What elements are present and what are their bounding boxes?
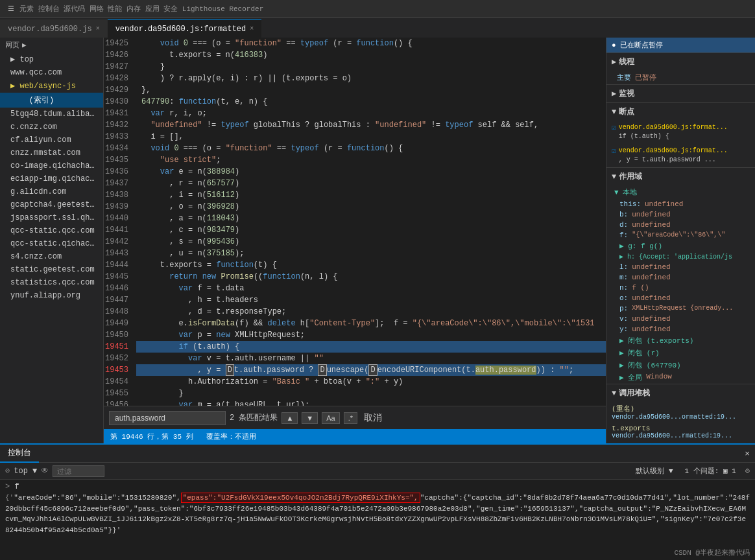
- coverage-info: 覆盖率：不适用: [206, 432, 256, 441]
- console-highlight-epass: "epass":"U2FsdGVkX19eex5Ov4qoJO2n2Bdj7Ry…: [181, 493, 420, 503]
- tab-vendor-formatted[interactable]: vendor.da95d600.js:formatted ×: [108, 19, 262, 38]
- sidebar: 网页 ▶ ▶ top www.qcc.com ▶ web/async-js (索…: [0, 38, 104, 443]
- sidebar-item-coimage[interactable]: co-image.qichacha.c: [0, 159, 103, 172]
- table-row: 19425 void 0 === (o = "function" == type…: [104, 38, 606, 49]
- table-row: 19450 var p = new XMLHttpRequest;: [104, 329, 606, 341]
- section-callstack-detail: ▼ 调用堆栈 (重名) vendor.da95d600...ormatted:1…: [606, 384, 755, 443]
- sidebar-item-qicstatic[interactable]: qcc-static.qichacha.: [0, 237, 103, 250]
- console-settings-icon[interactable]: ⚙: [745, 466, 750, 476]
- breakpoint-item-2: ☑ vendor.da95d600.js:format... , y = t.a…: [606, 144, 755, 167]
- callstack-detail-header[interactable]: ▼ 调用堆栈: [606, 384, 755, 402]
- code-content[interactable]: 19425 void 0 === (o = "function" == type…: [104, 38, 606, 406]
- scope-d: d:undefined: [606, 220, 755, 230]
- sidebar-item-mmstat[interactable]: cnzz.mmstat.com: [0, 146, 103, 159]
- bottom-tab-console[interactable]: 控制台: [0, 445, 39, 463]
- sidebar-header: 网页 ▶: [0, 38, 103, 52]
- scope-closure-647790: ▶ 闭包 (647790): [606, 359, 755, 371]
- status-bar: 第 19446 行，第 35 列 覆盖率：不适用: [104, 429, 606, 443]
- devtools-title: 元素 控制台 源代码 网络 性能 内存 应用 安全 Lighthouse Rec…: [19, 4, 263, 14]
- scope-header[interactable]: ▼ 作用域: [606, 168, 755, 185]
- sidebar-item-qccstatic[interactable]: qcc-static.qcc.com: [0, 224, 103, 237]
- table-row: 19440 , a = n(118043): [104, 213, 606, 224]
- match-case-button[interactable]: Aa: [322, 412, 339, 424]
- table-row: 19439 , o = n(396928): [104, 201, 606, 213]
- sidebar-item-top[interactable]: ▶ top: [0, 52, 103, 66]
- find-close-button[interactable]: 取消: [361, 412, 385, 424]
- sidebar-item-jspassport[interactable]: jspassport.ssl.qhimg.: [0, 211, 103, 224]
- tab-close-2[interactable]: ×: [250, 25, 254, 32]
- sidebar-item-s4[interactable]: s4.cnzz.com: [0, 250, 103, 263]
- console-top-selector[interactable]: top ▼: [14, 467, 37, 476]
- watermark: CSDN @半夜起来撸代码: [674, 548, 750, 557]
- table-row: 19427 }: [104, 61, 606, 73]
- sidebar-item-webasync[interactable]: ▶ web/async-js: [0, 79, 103, 93]
- table-row: 19445 return new Promise((function(n, l)…: [104, 271, 606, 283]
- console-level-selector[interactable]: 默认级别 ▼: [636, 466, 673, 476]
- table-row-active-1: 19451 if (t.auth) {: [104, 341, 606, 353]
- find-bar: 2 条匹配结果 ▲ ▼ Aa .* 取消: [104, 406, 606, 429]
- table-row: 19454 h.Authorization = "Basic " + btoa(…: [104, 376, 606, 388]
- top-toolbar: ☰ 元素 控制台 源代码 网络 性能 内存 应用 安全 Lighthouse R…: [0, 0, 755, 18]
- section-scope: ▼ 作用域 ▼ 本地 this:undefined b:undefined d:…: [606, 168, 755, 384]
- table-row: 19446 var f = t.data: [104, 283, 606, 294]
- find-input[interactable]: [109, 411, 226, 425]
- devtools-menu[interactable]: ☰: [5, 3, 17, 14]
- tab-vendor-min[interactable]: vendor.da95d600.js ×: [0, 19, 108, 38]
- sidebar-item-cnzz[interactable]: c.cnzz.com: [0, 121, 103, 134]
- table-row: 19436 var e = n(388984): [104, 166, 606, 178]
- section-paused: ● 已在断点暂停: [606, 38, 755, 53]
- table-row: 19449 e.isFormData(f) && delete h["Conte…: [104, 318, 606, 329]
- scope-global: ▶ 全局Window: [606, 371, 755, 384]
- console-output: {'"areaCode":"86","mobile":"15315280820"…: [5, 493, 750, 535]
- scope-y: y:undefined: [606, 324, 755, 334]
- breakpoint-item-1: ☑ vendor.da95d600.js:format... if (t.aut…: [606, 121, 755, 144]
- sidebar-item-galicdn[interactable]: g.alicdn.com: [0, 185, 103, 198]
- scope-n: n:f (): [606, 283, 755, 293]
- scope-o: o:undefined: [606, 293, 755, 303]
- bottom-toolbar: ⊘ top ▼ 👁 默认级别 ▼ 1 个问题: ▣ 1 ⚙: [0, 463, 755, 480]
- table-row: 19432 "undefined" != typeof globalThis ?…: [104, 119, 606, 131]
- callstack-item-2: t.exports vendor.da95d600...rmatted:19..…: [606, 423, 755, 441]
- scope-closure-texports: ▶ 闭包 (t.exports): [606, 334, 755, 347]
- table-row: 19433 i = [],: [104, 131, 606, 143]
- table-row: 19447 , h = t.headers: [104, 294, 606, 306]
- tab-bar: vendor.da95d600.js × vendor.da95d600.js:…: [0, 18, 755, 38]
- sidebar-item-ynuf[interactable]: ynuf.aliapp.org: [0, 289, 103, 302]
- code-panel: 19425 void 0 === (o = "function" == type…: [104, 38, 606, 443]
- sidebar-item-geetest[interactable]: static.geetest.com: [0, 263, 103, 276]
- tab-close-1[interactable]: ×: [96, 25, 100, 32]
- console-eye-icon: 👁: [41, 466, 49, 476]
- sidebar-item-index[interactable]: (索引): [0, 93, 103, 108]
- sidebar-item-gcaptcha[interactable]: gcaptcha4.geetest.cc: [0, 198, 103, 211]
- scope-p: p:XMLHttpRequest {onready...: [606, 303, 755, 314]
- console-issues-count: 1 个问题: ▣ 1: [685, 466, 736, 476]
- regex-button[interactable]: .*: [344, 412, 357, 424]
- table-row: 19437 , r = n(657577): [104, 178, 606, 189]
- bottom-panel: 控制台 × ⊘ top ▼ 👁 默认级别 ▼ 1 个问题: ▣ 1 ⚙ > f …: [0, 443, 755, 560]
- sidebar-item-5tgq[interactable]: 5tgq48.tdum.alibaba: [0, 108, 103, 121]
- breakpoints-header[interactable]: ▼ 断点: [606, 103, 755, 121]
- scope-this: this:undefined: [606, 199, 755, 209]
- section-breakpoints: ▼ 断点 ☑ vendor.da95d600.js:format... if (…: [606, 103, 755, 168]
- bottom-close-button[interactable]: ×: [739, 449, 755, 458]
- table-row: 19452 var v = t.auth.username || "": [104, 353, 606, 364]
- sidebar-item-qcc[interactable]: www.qcc.com: [0, 66, 103, 79]
- find-up-button[interactable]: ▲: [282, 412, 298, 424]
- table-row: 19428 ) ? r.apply(e, i) : r) || (t.expor…: [104, 73, 606, 84]
- sidebar-item-stats[interactable]: statistics.qcc.com: [0, 276, 103, 289]
- table-row: 19443 , u = n(375185);: [104, 248, 606, 259]
- table-row: 19426 t.exports = n(416383): [104, 49, 606, 61]
- callstack-item-1: (重名) vendor.da95d600...ormatted:19...: [606, 402, 755, 423]
- table-row: 19442 , s = n(995436): [104, 236, 606, 248]
- console-filter-input[interactable]: [53, 465, 104, 477]
- line-col-info: 第 19446 行，第 35 列: [110, 432, 193, 441]
- sidebar-item-cf[interactable]: cf.aliyun.com: [0, 134, 103, 146]
- table-row: 19438 , i = n(516112): [104, 189, 606, 201]
- watch-header[interactable]: ▶ 监视: [606, 85, 755, 102]
- sidebar-item-eciapp[interactable]: eciapp-img.qichacha: [0, 172, 103, 185]
- console-filter-label: ⊘: [5, 466, 10, 476]
- table-row-active-2: 19453 , y = Dt.auth.password ? Dunescape…: [104, 364, 606, 376]
- find-down-button[interactable]: ▼: [302, 412, 318, 424]
- find-result: 2 条匹配结果: [230, 412, 278, 423]
- callstack-header[interactable]: ▶ 线程: [606, 53, 755, 71]
